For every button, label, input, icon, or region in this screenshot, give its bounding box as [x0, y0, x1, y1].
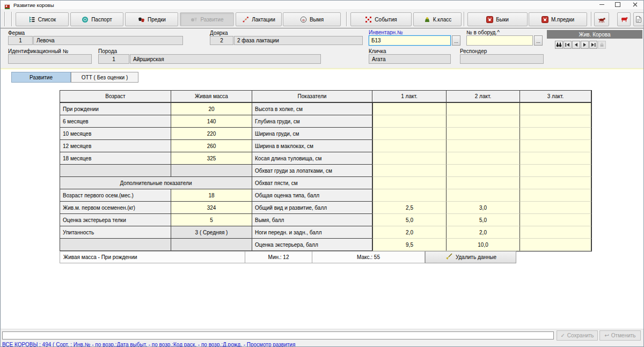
toolbar-button-development[interactable]: Развитие	[180, 12, 234, 26]
lactation3-cell[interactable]	[520, 214, 591, 226]
delete-data-button[interactable]: Удалить данные	[425, 251, 516, 263]
lactation2-cell[interactable]: 5,0	[447, 214, 520, 226]
lactation1-cell[interactable]: 2,0	[372, 226, 447, 239]
lactation1-cell[interactable]	[372, 128, 447, 140]
lactation1-cell[interactable]	[372, 165, 447, 177]
next-record-icon[interactable]	[581, 41, 589, 49]
save-button[interactable]: ✓ Сохранить	[557, 330, 598, 341]
lactation3-cell[interactable]	[520, 128, 591, 140]
toolbar-button-bulls[interactable]: Быки	[467, 12, 528, 26]
toolbar-button-label: Лактации	[252, 17, 275, 23]
lactation2-cell[interactable]: 2,0	[447, 226, 520, 239]
mass-cell: 3 ( Средняя )	[171, 226, 252, 239]
breed-name-field: Айрширская	[130, 54, 321, 64]
indicator-cell: Обхват пясти, см	[252, 177, 372, 189]
close-button[interactable]	[628, 1, 641, 9]
toolbar-button-lactations[interactable]: Лактации	[236, 12, 282, 26]
cancel-label: Отменить	[611, 333, 636, 338]
lactation1-cell[interactable]: 5,0	[372, 214, 447, 226]
lactation3-cell[interactable]	[520, 189, 591, 202]
mass-cell[interactable]: 20	[171, 103, 252, 115]
lactation3-cell[interactable]	[520, 103, 591, 115]
inventory-browse-button[interactable]: ...	[452, 35, 460, 46]
age-cell	[60, 239, 171, 251]
lactation1-cell[interactable]	[372, 115, 447, 128]
cancel-button[interactable]: ↩ Отменить	[599, 330, 641, 341]
toolbar-button-mancestors[interactable]: М.предки	[529, 12, 587, 26]
lactation2-cell[interactable]	[447, 115, 520, 128]
last-record-icon[interactable]	[589, 41, 597, 49]
broom-icon	[445, 253, 452, 261]
toolbar-button-cow-report[interactable]	[617, 12, 631, 26]
lactation2-cell[interactable]	[447, 152, 520, 165]
lactation2-cell[interactable]	[447, 140, 520, 152]
mass-cell	[171, 239, 252, 251]
lactation3-cell[interactable]	[520, 165, 591, 177]
inventory-number-input[interactable]	[369, 35, 451, 46]
search-icon[interactable]	[555, 41, 563, 49]
toolbar-button-events[interactable]: События	[350, 12, 412, 26]
toolbar-button-udder[interactable]: Вымя	[283, 12, 341, 26]
toolbar-button-label: Список	[38, 17, 56, 23]
lactation3-cell[interactable]	[520, 202, 591, 214]
lactation-icon	[242, 16, 249, 23]
equipment-number-input[interactable]	[466, 35, 533, 46]
milkmaid-code-field: 2	[210, 36, 233, 45]
lactation2-cell[interactable]	[447, 189, 520, 202]
lock-icon[interactable]	[598, 41, 606, 49]
farm-label: Ферма	[8, 30, 25, 36]
age-cell: 6 месяцев	[60, 115, 171, 128]
first-record-icon[interactable]	[564, 41, 572, 49]
lactation2-cell[interactable]: 3,0	[447, 202, 520, 214]
lactation1-cell[interactable]	[372, 189, 447, 202]
toolbar-button-kclass[interactable]: К.класс	[413, 12, 462, 26]
mass-cell[interactable]: 5	[171, 214, 252, 226]
lactation2-cell[interactable]	[447, 103, 520, 115]
previous-record-icon[interactable]	[572, 41, 580, 49]
lactation2-cell[interactable]	[447, 165, 520, 177]
toolbar-button-label: Развитие	[201, 17, 224, 23]
lactation1-cell[interactable]	[372, 152, 447, 165]
inventory-number-label[interactable]: Инвентарн.№	[369, 29, 403, 35]
indicator-cell: Общий вид и развитие, балл	[252, 202, 372, 214]
app-icon	[4, 2, 10, 8]
lactation1-cell[interactable]	[372, 103, 447, 115]
range-info-bar: Живая масса - При рождении Мин.: 12 Макс…	[60, 251, 425, 263]
toolbar-button-passport[interactable]: Паспорт	[70, 12, 123, 26]
lactation3-cell[interactable]	[520, 239, 591, 251]
lactation3-cell[interactable]	[520, 152, 591, 165]
record-navigation	[555, 41, 606, 49]
lactation2-cell[interactable]: 10,0	[447, 239, 520, 251]
indicator-cell: Оценка экстерьера, балл	[252, 239, 372, 251]
mass-cell[interactable]: 18	[171, 189, 252, 202]
minimize-button[interactable]	[595, 1, 608, 9]
farm-name-field: Левоча	[33, 36, 183, 45]
lactation3-cell[interactable]	[520, 177, 591, 189]
mass-cell[interactable]: 260	[171, 140, 252, 152]
lactation1-cell[interactable]	[372, 177, 447, 189]
development-icon	[191, 16, 198, 23]
equipment-browse-button[interactable]: ...	[534, 35, 543, 46]
column-header: 1 лакт.	[372, 91, 447, 103]
mass-cell[interactable]: 220	[171, 128, 252, 140]
toolbar-button-animal-search[interactable]	[594, 12, 609, 26]
mass-cell[interactable]: 140	[171, 115, 252, 128]
tab-development[interactable]: Развитие	[11, 72, 71, 83]
lactation1-cell[interactable]: 9,5	[372, 239, 447, 251]
mass-cell[interactable]: 324	[171, 202, 252, 214]
lactation3-cell[interactable]	[520, 226, 591, 239]
mass-cell	[171, 165, 252, 177]
toolbar-button-document[interactable]	[633, 12, 644, 26]
lactation1-cell[interactable]	[372, 140, 447, 152]
lactation2-cell[interactable]	[447, 128, 520, 140]
mass-cell[interactable]: 325	[171, 152, 252, 165]
lactation2-cell[interactable]	[447, 177, 520, 189]
lactation3-cell[interactable]	[520, 115, 591, 128]
status-input[interactable]	[2, 331, 554, 339]
toolbar-button-ancestors[interactable]: Предки	[125, 12, 178, 26]
tab-ott[interactable]: ОТТ ( Без оценки )	[71, 72, 138, 83]
maximize-button[interactable]	[611, 1, 624, 9]
lactation3-cell[interactable]	[520, 140, 591, 152]
lactation1-cell[interactable]: 2,5	[372, 202, 447, 214]
toolbar-button-list[interactable]: Список	[16, 12, 69, 26]
